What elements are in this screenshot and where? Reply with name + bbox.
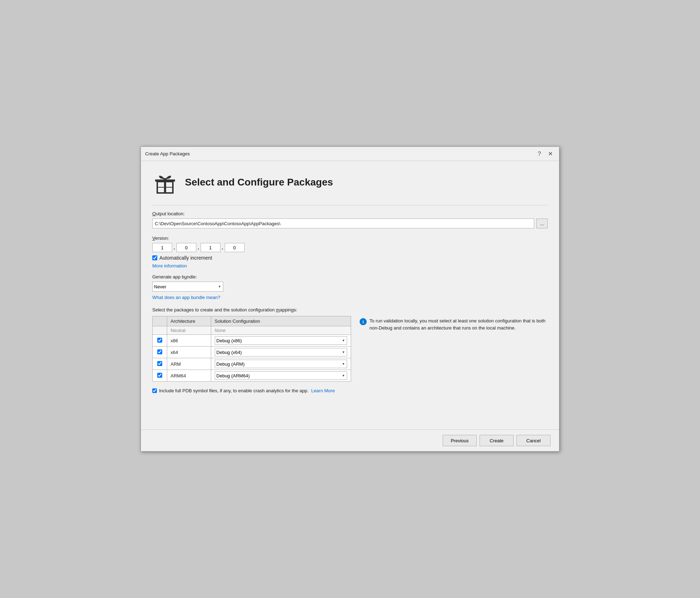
packages-section: Select the packages to create and the so… bbox=[152, 307, 548, 382]
output-location-section: Output location: ... bbox=[152, 211, 548, 228]
row-checkbox-cell bbox=[153, 370, 167, 382]
version-section: Version: . . . Automatically increment M… bbox=[152, 236, 548, 268]
output-row: ... bbox=[152, 218, 548, 228]
title-bar-controls: ? ✕ bbox=[536, 150, 555, 158]
help-button[interactable]: ? bbox=[536, 150, 543, 158]
output-location-input[interactable] bbox=[152, 218, 534, 228]
version-field-2[interactable] bbox=[176, 243, 196, 252]
version-dot-1: . bbox=[174, 245, 175, 250]
learn-more-link[interactable]: Learn More bbox=[311, 388, 335, 393]
row-checkbox-cell bbox=[153, 358, 167, 370]
bundle-section: Generate app bundle: Never Always If nee… bbox=[152, 274, 548, 300]
row-arch: ARM bbox=[167, 358, 211, 370]
pdb-label: Include full PDB symbol files, if any, t… bbox=[159, 388, 335, 393]
dialog: Create App Packages ? ✕ bbox=[141, 146, 559, 452]
version-field-3[interactable] bbox=[201, 243, 220, 252]
more-info-link[interactable]: More information bbox=[152, 263, 187, 268]
close-button[interactable]: ✕ bbox=[546, 150, 555, 158]
page-title: Select and Configure Packages bbox=[185, 177, 333, 188]
version-dot-2: . bbox=[198, 245, 199, 250]
packages-table: Architecture Solution Configuration Neut… bbox=[152, 316, 351, 382]
footer: Previous Create Cancel bbox=[141, 430, 559, 451]
row-checkbox[interactable] bbox=[157, 349, 162, 354]
config-select[interactable]: Debug (x64)Release (x64) bbox=[215, 348, 347, 356]
previous-button[interactable]: Previous bbox=[443, 435, 477, 446]
package-icon bbox=[152, 170, 178, 195]
pdb-checkbox[interactable] bbox=[152, 388, 157, 393]
pdb-row: Include full PDB symbol files, if any, t… bbox=[152, 388, 548, 393]
info-text: To run validation locally, you must sele… bbox=[370, 317, 548, 331]
auto-increment-row: Automatically increment bbox=[152, 255, 548, 261]
table-row: x64Debug (x64)Release (x64) bbox=[153, 347, 351, 358]
table-row: NeutralNone bbox=[153, 326, 351, 335]
cancel-button[interactable]: Cancel bbox=[516, 435, 551, 446]
col-header-config: Solution Configuration bbox=[211, 316, 351, 326]
row-checkbox-cell bbox=[153, 335, 167, 347]
row-arch: Neutral bbox=[167, 326, 211, 335]
config-select-wrapper: Debug (x86)Release (x86) bbox=[215, 336, 347, 345]
version-dot-3: . bbox=[222, 245, 223, 250]
header-section: Select and Configure Packages bbox=[152, 170, 548, 195]
bundle-select[interactable]: Never Always If needed bbox=[152, 282, 223, 292]
packages-table-wrapper: Architecture Solution Configuration Neut… bbox=[152, 316, 351, 382]
create-button[interactable]: Create bbox=[480, 435, 514, 446]
version-field-1[interactable] bbox=[152, 243, 172, 252]
row-checkbox[interactable] bbox=[157, 338, 162, 343]
version-row: . . . bbox=[152, 243, 548, 252]
content-area: Select and Configure Packages Output loc… bbox=[141, 161, 559, 430]
table-header-row: Architecture Solution Configuration bbox=[153, 316, 351, 326]
info-icon: i bbox=[360, 318, 367, 325]
config-select-wrapper: Debug (x64)Release (x64) bbox=[215, 348, 347, 356]
info-panel: i To run validation locally, you must se… bbox=[360, 316, 548, 331]
header-divider bbox=[152, 205, 548, 205]
title-bar: Create App Packages ? ✕ bbox=[141, 147, 559, 161]
row-checkbox-cell bbox=[153, 326, 167, 335]
svg-point-5 bbox=[164, 178, 166, 181]
row-config: Debug (ARM64)Release (ARM64) bbox=[211, 370, 351, 382]
row-config: Debug (ARM)Release (ARM) bbox=[211, 358, 351, 370]
window-title: Create App Packages bbox=[145, 151, 190, 156]
row-checkbox-cell bbox=[153, 347, 167, 358]
bundle-label: Generate app bundle: bbox=[152, 274, 548, 279]
auto-increment-label: Automatically increment bbox=[159, 255, 212, 261]
config-select[interactable]: Debug (ARM)Release (ARM) bbox=[215, 360, 347, 368]
table-row: ARMDebug (ARM)Release (ARM) bbox=[153, 358, 351, 370]
table-row: ARM64Debug (ARM64)Release (ARM64) bbox=[153, 370, 351, 382]
output-location-label: Output location: bbox=[152, 211, 548, 216]
row-checkbox[interactable] bbox=[157, 373, 162, 378]
bundle-select-wrapper: Never Always If needed bbox=[152, 282, 223, 292]
bundle-info-link[interactable]: What does an app bundle mean? bbox=[152, 295, 220, 300]
config-select[interactable]: Debug (ARM64)Release (ARM64) bbox=[215, 371, 347, 380]
bundle-select-row: Never Always If needed bbox=[152, 282, 548, 292]
auto-increment-checkbox[interactable] bbox=[152, 255, 157, 260]
table-row: x86Debug (x86)Release (x86) bbox=[153, 335, 351, 347]
packages-main: Architecture Solution Configuration Neut… bbox=[152, 316, 548, 382]
col-header-arch: Architecture bbox=[167, 316, 211, 326]
col-header-checkbox bbox=[153, 316, 167, 326]
version-field-4[interactable] bbox=[225, 243, 245, 252]
packages-section-label: Select the packages to create and the so… bbox=[152, 307, 548, 312]
config-select[interactable]: Debug (x86)Release (x86) bbox=[215, 336, 347, 345]
row-arch: x64 bbox=[167, 347, 211, 358]
browse-button[interactable]: ... bbox=[536, 218, 548, 228]
row-checkbox[interactable] bbox=[157, 361, 162, 366]
row-arch: ARM64 bbox=[167, 370, 211, 382]
config-select-wrapper: Debug (ARM)Release (ARM) bbox=[215, 360, 347, 368]
version-label: Version: bbox=[152, 236, 548, 241]
row-config: Debug (x86)Release (x86) bbox=[211, 335, 351, 347]
config-select-wrapper: Debug (ARM64)Release (ARM64) bbox=[215, 371, 347, 380]
row-arch: x86 bbox=[167, 335, 211, 347]
row-config: Debug (x64)Release (x64) bbox=[211, 347, 351, 358]
row-config: None bbox=[211, 326, 351, 335]
